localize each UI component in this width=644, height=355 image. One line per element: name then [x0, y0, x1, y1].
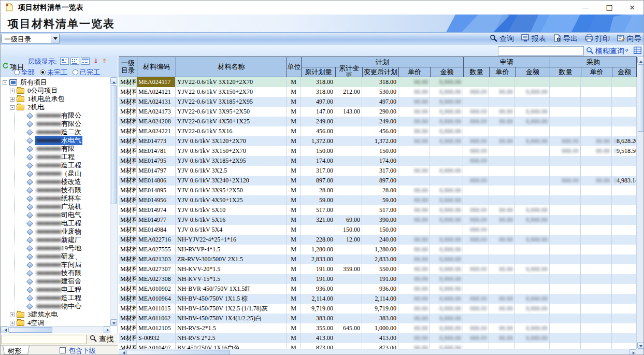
col-header-unit[interactable]: 单位 — [287, 56, 301, 77]
tree-item[interactable]: ■■■■■■■水电气 — [1, 136, 110, 145]
tree-item[interactable]: ■■■■■■■建宿舍 — [1, 277, 110, 286]
table-row[interactable]: M材料ME014806YJV 0.6/1kV 3X240+2X120M897.0… — [119, 176, 637, 186]
tree-item[interactable]: ■■■■■■■造工程 — [1, 161, 110, 169]
chevron-double-down-icon[interactable]: » — [623, 48, 631, 51]
table-row[interactable]: M材料MEA024221YJV22-0.6/1kV 5X16M456.00456… — [119, 126, 637, 136]
level-view1-icon[interactable] — [60, 58, 69, 65]
report-button[interactable]: 报表 — [521, 34, 546, 44]
table-row[interactable]: M材料MEA024208YJV22-0.6/1kV 4X50+1X25M249.… — [119, 117, 637, 126]
table-row[interactable]: M材料MEA010964NH-BV-450/750V 1X1.5 棕M2,114… — [119, 294, 637, 304]
tree-item[interactable]: ■■■■■■■技有限 — [1, 186, 110, 194]
table-row[interactable]: M材料ME014984YJV 0.6/1kV 5X4M150.00150.008… — [119, 225, 637, 235]
table-row[interactable]: M材料MEA022716NH-YJV22-4*25+1*16M228.0012.… — [119, 235, 637, 245]
fuzzy-search-input[interactable] — [498, 46, 584, 55]
tree-item[interactable]: ■■■■■■■物中心 — [1, 302, 110, 310]
table-row[interactable]: M材料MEA021303ZR-RVV-300/500V 2X1.5M2,833.… — [119, 254, 637, 264]
include-sub-label[interactable]: 包含下级 — [69, 346, 96, 355]
table-row[interactable]: M材料ME014795YJV 0.6/1kV 3X185+2X95M174.00… — [119, 156, 637, 166]
tree-item[interactable]: ■■■■■■■楼改造 — [1, 178, 110, 186]
tree-item[interactable]: ■■■■■■■工程 — [1, 153, 110, 161]
tree-item[interactable]: ■■■■■■■纸杯车 — [1, 194, 110, 203]
refresh-icon[interactable] — [2, 62, 9, 72]
table-horizontal-scrollbar[interactable] — [119, 349, 644, 355]
col-header-code[interactable]: 材料编码 — [137, 56, 176, 77]
table-row[interactable]: M材料MEA010497BV-450/750V 1X16白色M873.00873… — [119, 343, 637, 349]
tree-item[interactable]: -2机电 — [1, 103, 110, 111]
col-header-name[interactable]: 材料名称 — [176, 56, 287, 77]
maximize-button[interactable]: □ — [598, 1, 621, 15]
collapse-all-icon[interactable]: ⇓ — [92, 58, 99, 65]
tree-item[interactable]: ■■■■■■■电工程 — [1, 286, 110, 294]
level-view3-icon[interactable] — [81, 58, 90, 65]
tree-item[interactable]: ■■■■■■■有限公 — [1, 120, 110, 128]
col-header-after-change[interactable]: 变更后计划 — [362, 67, 398, 77]
col-header-purchase-amount[interactable]: 金额 — [612, 67, 637, 77]
tree-item[interactable]: ■■■■■■■电工程 — [1, 219, 110, 228]
expand-all-icon[interactable]: ⇑ — [101, 58, 108, 65]
table-row[interactable]: M材料ME014781YJV 0.6/1kV 3X150+2X70M150.00… — [119, 146, 637, 156]
table-row[interactable]: M材料MEA011015NH-BV-450/750V 1X2.5 (1/1.78… — [119, 304, 637, 314]
table-row[interactable]: M材料MEA024117YJV22-0.6/1kV 3X120+2X70M318… — [119, 77, 637, 87]
table-row[interactable]: M材料MEA012105NH-RVS-2*1.5M355.00645.001,0… — [119, 323, 637, 333]
tree-item[interactable]: -所有项目 — [1, 78, 110, 87]
tree-item[interactable]: +1机电总承包 — [1, 95, 110, 103]
tree-item[interactable]: ■■■■■■■新建厂 — [1, 236, 110, 244]
fuzzy-search-label[interactable]: 模糊查询 — [595, 47, 624, 56]
tree-item[interactable]: +4空调 — [1, 319, 110, 326]
tree-item[interactable]: ■■■■■■■有限公 — [1, 111, 110, 120]
table-row[interactable]: M材料MEA024173YJV22-0.6/1kV 3X95+2X50M147.… — [119, 107, 637, 117]
table-row[interactable]: M材料S-00932NH-RVS 2*2.5M413.00413.0088.88… — [119, 333, 637, 343]
col-header-catalog[interactable]: 一级目录 — [119, 56, 137, 77]
tree-expand-icon[interactable]: + — [10, 321, 15, 325]
find-button[interactable]: 查找 — [90, 335, 113, 344]
tree-horizontal-scrollbar[interactable] — [1, 326, 110, 333]
table-row[interactable]: M材料MEA027307NH-KVV-20*1.5M191.00359.0055… — [119, 264, 637, 274]
tree-item[interactable]: ■■■■■■■广场机 — [1, 203, 110, 211]
close-button[interactable]: × — [621, 1, 643, 15]
tree-item[interactable]: ■■■■■■■车间局 — [1, 261, 110, 269]
tree-expand-icon[interactable]: - — [10, 105, 15, 110]
cell-code[interactable]: MEA024117 — [137, 77, 176, 87]
col-header-request-price[interactable]: 单价 — [489, 67, 515, 77]
table-vertical-scrollbar[interactable] — [637, 56, 644, 349]
table-row[interactable]: M材料ME014895YJV 0.6/1kV 3X95+2X50M28.0028… — [119, 186, 637, 195]
col-header-plan-price[interactable]: 单价 — [398, 67, 430, 77]
tree-expand-icon[interactable]: + — [10, 89, 15, 93]
tree-item[interactable]: +0公司项目 — [1, 87, 110, 95]
col-header-request-qty[interactable]: 数量 — [463, 67, 489, 77]
table-row[interactable]: M材料MEA024131YJV22-0.6/1kV 3X185+2X95M497… — [119, 97, 637, 107]
table-row[interactable]: M材料MEA024121YJV22-0.6/1kV 3X150+2X70M318… — [119, 87, 637, 97]
tree-item[interactable]: ■■■■■■■司电气 — [1, 211, 110, 219]
radio-unfinished[interactable]: 未完工 — [40, 68, 67, 77]
grid-settings-icon[interactable] — [634, 47, 641, 56]
col-header-purchase-price[interactable]: 单价 — [581, 67, 612, 77]
col-header-cum-change[interactable]: 累计变更 — [335, 67, 362, 77]
minimize-button[interactable]: — — [574, 1, 597, 15]
col-header-purchase-qty[interactable]: 数量 — [550, 67, 581, 77]
tree-item[interactable]: ■■■■■■■（昆山 — [1, 169, 110, 178]
col-header-plan-amount[interactable]: 金额 — [430, 67, 463, 77]
col-header-request-amount[interactable]: 金额 — [515, 67, 550, 77]
tree-item[interactable]: ■■■■■■■造二次 — [1, 128, 110, 136]
export-button[interactable]: 导出 — [553, 34, 578, 44]
table-row[interactable]: M材料MEA011062NH-BV-450/750V 1X4(1/2.25)白M… — [119, 314, 637, 323]
table-row[interactable]: M材料ME014773YJV 0.6/1kV 3X120+2X70M1,372.… — [119, 136, 637, 146]
query-button[interactable]: 查询 — [490, 34, 514, 44]
wizard-button[interactable]: 向导 — [617, 34, 641, 44]
level-view2-icon[interactable] — [70, 58, 79, 65]
tree-item[interactable]: ■■■■■■■造工程 — [1, 294, 110, 302]
tree-vertical-scrollbar[interactable] — [110, 77, 117, 326]
tree-expand-icon[interactable]: + — [10, 313, 15, 317]
tree-item[interactable]: +3建筑水电 — [1, 310, 110, 319]
tree-item[interactable]: ■■■■■■■业废物 — [1, 228, 110, 236]
print-button[interactable]: 打印 — [585, 34, 610, 44]
radio-all[interactable]: 全部 — [14, 68, 35, 77]
catalog-level-select[interactable]: 一级目录 — [2, 34, 60, 44]
fuzzy-search-icon[interactable] — [586, 47, 594, 56]
table-row[interactable]: M材料ME014974YJV 0.6/1kV 5X10M517.00517.00… — [119, 205, 637, 215]
include-sub-checkbox[interactable] — [60, 347, 66, 353]
table-row[interactable]: M材料MEA027308NH-KVV-15*1.5M191.00191.0088… — [119, 274, 637, 284]
combo-dropdown-icon[interactable] — [51, 34, 59, 43]
tree-collapse-icon[interactable]: - — [3, 80, 7, 85]
table-row[interactable]: M材料MEA010902NH-BVR-450/750V 1X1.5红M936.0… — [119, 284, 637, 294]
